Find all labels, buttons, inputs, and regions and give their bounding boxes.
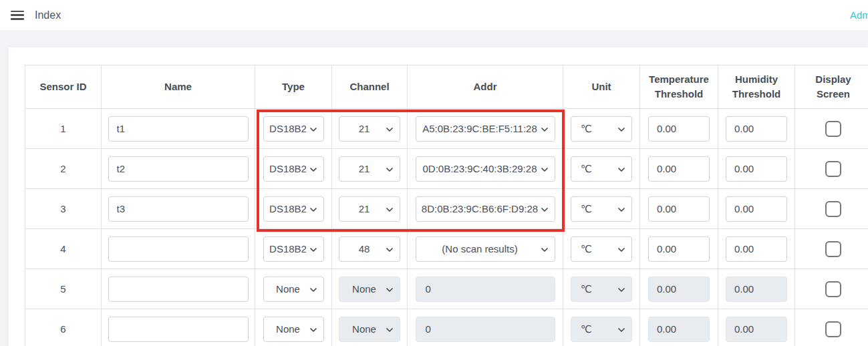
- sensor-id: 2: [60, 163, 65, 174]
- column-header: Name: [102, 65, 255, 109]
- sensor-id: 3: [60, 203, 65, 214]
- addr-select[interactable]: A5:0B:23:9C:BE:F5:11:28: [416, 116, 555, 142]
- admin-link[interactable]: Admin: [850, 9, 868, 21]
- name-input[interactable]: [108, 236, 249, 262]
- sensor-id: 5: [60, 283, 65, 295]
- sensor-id: 4: [60, 243, 65, 254]
- column-header: Humidity Threshold: [718, 65, 795, 109]
- humidity-threshold-input[interactable]: [726, 236, 787, 262]
- name-input[interactable]: [108, 156, 249, 182]
- type-select[interactable]: None: [263, 277, 324, 302]
- sensor-id: 1: [60, 123, 65, 134]
- channel-select[interactable]: 21: [339, 116, 400, 142]
- unit-select[interactable]: ℃: [571, 116, 632, 142]
- type-select[interactable]: DS18B2: [263, 196, 324, 222]
- column-header: Temperature Threshold: [640, 65, 718, 109]
- type-select[interactable]: None: [263, 317, 324, 342]
- channel-select: None: [339, 277, 400, 302]
- type-select[interactable]: DS18B2: [263, 116, 324, 142]
- chevron-down-icon: [618, 168, 625, 172]
- chevron-down-icon: [310, 328, 317, 332]
- humidity-threshold-input[interactable]: [726, 196, 787, 222]
- table-row: 1 DS18B2 21 A5:0B:23:9C:BE:F5:11:28 ℃: [25, 109, 868, 149]
- table-row: 5 None None ℃: [25, 269, 868, 309]
- table-row: 6 None None ℃: [25, 309, 868, 346]
- chevron-down-icon: [618, 328, 625, 332]
- addr-input: [416, 317, 555, 342]
- humidity-threshold-input: [726, 277, 787, 302]
- chevron-down-icon: [310, 288, 317, 292]
- name-input[interactable]: [108, 317, 249, 342]
- name-input[interactable]: [108, 196, 249, 222]
- type-select[interactable]: DS18B2: [263, 156, 324, 182]
- display-screen-checkbox[interactable]: [825, 121, 841, 137]
- chevron-down-icon: [541, 248, 548, 252]
- page-title: Index: [35, 9, 61, 21]
- display-screen-checkbox[interactable]: [825, 321, 841, 337]
- display-screen-checkbox[interactable]: [825, 161, 841, 177]
- sensor-table: Sensor IDNameTypeChannelAddrUnitTemperat…: [25, 65, 868, 346]
- column-header: Addr: [408, 65, 563, 109]
- humidity-threshold-input[interactable]: [726, 156, 787, 182]
- humidity-threshold-input: [726, 317, 787, 342]
- chevron-down-icon: [541, 168, 548, 172]
- unit-select[interactable]: ℃: [571, 156, 632, 182]
- temperature-threshold-input[interactable]: [648, 196, 710, 222]
- table-row: 4 DS18B2 48 (No scan results) ℃: [25, 229, 868, 269]
- addr-select[interactable]: (No scan results): [416, 236, 555, 262]
- sensor-id: 6: [60, 323, 65, 335]
- name-input[interactable]: [108, 277, 249, 302]
- name-input[interactable]: [108, 116, 249, 142]
- sensor-card: Sensor IDNameTypeChannelAddrUnitTemperat…: [9, 47, 868, 346]
- chevron-down-icon: [618, 128, 625, 132]
- unit-select[interactable]: ℃: [571, 236, 632, 262]
- temperature-threshold-input: [648, 317, 710, 342]
- chevron-down-icon: [386, 208, 393, 212]
- chevron-down-icon: [386, 328, 393, 332]
- column-header: Sensor ID: [25, 65, 102, 109]
- chevron-down-icon: [310, 128, 317, 132]
- display-screen-checkbox[interactable]: [825, 281, 841, 297]
- humidity-threshold-input[interactable]: [726, 116, 787, 142]
- chevron-down-icon: [386, 168, 393, 172]
- channel-select[interactable]: 21: [339, 196, 400, 222]
- chevron-down-icon: [618, 248, 625, 252]
- addr-select[interactable]: 8D:0B:23:9C:B6:6F:D9:28: [416, 196, 555, 222]
- unit-select: ℃: [571, 317, 632, 342]
- display-screen-checkbox[interactable]: [825, 201, 841, 217]
- table-row: 3 DS18B2 21 8D:0B:23:9C:B6:6F:D9:28 ℃: [25, 189, 868, 229]
- chevron-down-icon: [310, 248, 317, 252]
- channel-select[interactable]: 48: [339, 236, 400, 262]
- temperature-threshold-input: [648, 277, 710, 302]
- table-row: 2 DS18B2 21 0D:0B:23:9C:40:3B:29:28 ℃: [25, 149, 868, 189]
- temperature-threshold-input[interactable]: [648, 236, 710, 262]
- temperature-threshold-input[interactable]: [648, 116, 710, 142]
- type-select[interactable]: DS18B2: [263, 236, 324, 262]
- chevron-down-icon: [618, 288, 625, 292]
- channel-select: None: [339, 317, 400, 342]
- chevron-down-icon: [310, 208, 317, 212]
- addr-select[interactable]: 0D:0B:23:9C:40:3B:29:28: [416, 156, 555, 182]
- table-header-row: Sensor IDNameTypeChannelAddrUnitTemperat…: [25, 65, 868, 109]
- column-header: Type: [255, 65, 332, 109]
- column-header: Display Screen: [795, 65, 868, 109]
- temperature-threshold-input[interactable]: [648, 156, 710, 182]
- chevron-down-icon: [541, 208, 548, 212]
- addr-input: [416, 277, 555, 302]
- content-area: Sensor IDNameTypeChannelAddrUnitTemperat…: [0, 31, 868, 346]
- hamburger-menu-icon[interactable]: [11, 11, 24, 20]
- channel-select[interactable]: 21: [339, 156, 400, 182]
- chevron-down-icon: [386, 248, 393, 252]
- chevron-down-icon: [541, 128, 548, 132]
- column-header: Unit: [563, 65, 640, 109]
- unit-select[interactable]: ℃: [571, 196, 632, 222]
- column-header: Channel: [332, 65, 408, 109]
- chevron-down-icon: [618, 208, 625, 212]
- display-screen-checkbox[interactable]: [825, 241, 841, 257]
- top-bar: Index Admin: [0, 0, 868, 31]
- chevron-down-icon: [386, 128, 393, 132]
- unit-select: ℃: [571, 277, 632, 302]
- chevron-down-icon: [386, 288, 393, 292]
- chevron-down-icon: [310, 168, 317, 172]
